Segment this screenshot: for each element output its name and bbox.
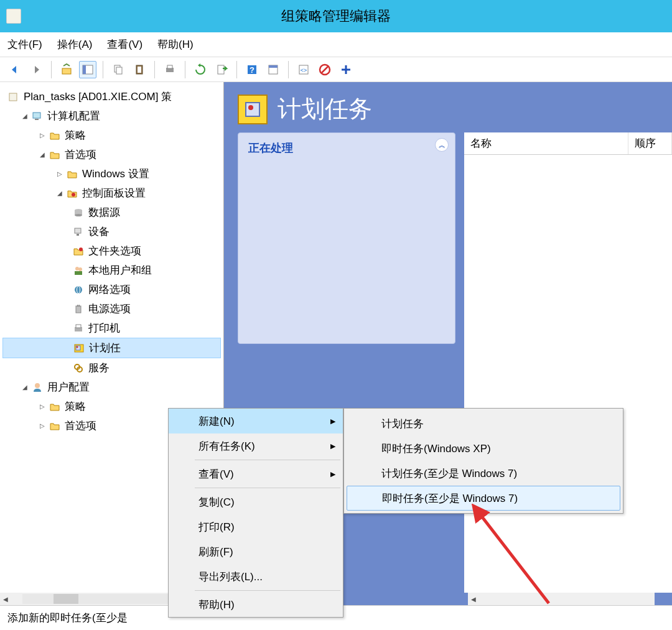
ctx-help[interactable]: 帮助(H) — [169, 592, 343, 617]
submenu-arrow-icon: ▶ — [330, 417, 335, 425]
column-order[interactable]: 顺序 — [628, 132, 672, 154]
tree-power-options[interactable]: 电源选项 — [2, 299, 221, 318]
column-name[interactable]: 名称 — [464, 132, 628, 154]
svg-text:?: ? — [250, 65, 254, 75]
collapse-icon[interactable]: ◢ — [37, 150, 47, 160]
tree-control-panel-settings[interactable]: ◢ 控制面板设置 — [2, 183, 221, 203]
ctx-export-list[interactable]: 导出列表(L)... — [169, 564, 343, 589]
svg-rect-27 — [75, 228, 81, 233]
add-button[interactable] — [337, 61, 355, 78]
menu-separator — [195, 460, 340, 460]
tree-local-users-groups[interactable]: 本地用户和组 — [2, 261, 221, 280]
forward-button[interactable] — [27, 61, 45, 78]
submenu-arrow-icon: ▶ — [330, 442, 335, 450]
tree-root[interactable]: Plan_tasks [AD01.XIE.COM] 策 — [2, 87, 221, 106]
collapse-button[interactable]: ︽ — [435, 138, 449, 152]
svg-point-29 — [79, 248, 83, 251]
right-header: 计划任务 — [224, 82, 672, 132]
scroll-left-icon[interactable]: ◀ — [0, 593, 11, 605]
tree: Plan_tasks [AD01.XIE.COM] 策 ◢ 计算机配置 ▷ 策略… — [0, 82, 223, 440]
ctx-refresh[interactable]: 刷新(F) — [169, 539, 343, 564]
menu-bar: 文件(F) 操作(A) 查看(V) 帮助(H) — [0, 32, 672, 57]
properties-button[interactable] — [264, 61, 282, 78]
tree-policies[interactable]: ▷ 策略 — [2, 126, 221, 145]
collapse-icon[interactable]: ◢ — [20, 111, 30, 121]
subctx-scheduled-task[interactable]: 计划任务 — [347, 411, 620, 436]
tree-user-config[interactable]: ◢ 用户配置 — [2, 378, 221, 397]
svg-point-23 — [72, 193, 75, 197]
tree-folder-options[interactable]: 文件夹选项 — [2, 241, 221, 261]
tree-label: 本地用户和组 — [88, 263, 152, 277]
table-header: 名称 顺序 — [464, 132, 672, 155]
folder-icon — [49, 129, 61, 142]
stop-button[interactable] — [316, 61, 334, 78]
tree-printers[interactable]: 打印机 — [2, 318, 221, 338]
user-icon — [31, 381, 44, 394]
svg-rect-35 — [76, 306, 81, 313]
subctx-immediate-task-win7[interactable]: 即时任务(至少是 Windows 7) — [347, 486, 620, 511]
ctx-copy[interactable]: 复制(C) — [169, 489, 343, 514]
tree-services[interactable]: 服务 — [2, 358, 221, 378]
folder-icon — [66, 168, 78, 180]
tree-computer-config[interactable]: ◢ 计算机配置 — [2, 106, 221, 126]
context-menu: 新建(N)▶ 所有任务(K)▶ 查看(V)▶ 复制(C) 打印(R) 刷新(F)… — [168, 408, 343, 618]
print-button[interactable] — [161, 61, 179, 78]
subctx-immediate-task-xp[interactable]: 即时任务(Windows XP) — [347, 436, 620, 461]
svg-rect-39 — [76, 325, 81, 328]
processing-label: 正在处理 — [248, 141, 445, 155]
expand-icon[interactable]: ▷ — [37, 131, 47, 141]
context-submenu: 计划任务 即时任务(Windows XP) 计划任务(至少是 Windows 7… — [343, 408, 623, 514]
tree-scheduled-tasks[interactable]: 计划任 — [2, 338, 221, 358]
collapse-icon[interactable]: ◢ — [20, 382, 30, 392]
tree-network-options[interactable]: 网络选项 — [2, 280, 221, 299]
tree-windows-settings[interactable]: ▷ Windows 设置 — [2, 164, 221, 183]
window-title: 组策略管理编辑器 — [281, 7, 391, 25]
scroll-left-icon[interactable]: ◀ — [468, 596, 479, 603]
expand-icon[interactable]: ▷ — [37, 402, 47, 412]
copy-button[interactable] — [110, 61, 127, 78]
show-hide-button[interactable] — [79, 61, 96, 78]
tree-devices[interactable]: 设备 — [2, 222, 221, 241]
subctx-scheduled-task-win7[interactable]: 计划任务(至少是 Windows 7) — [347, 461, 620, 486]
tree-data-sources[interactable]: 数据源 — [2, 203, 221, 222]
up-button[interactable] — [58, 61, 75, 78]
svg-point-26 — [75, 214, 82, 216]
printer-icon — [72, 322, 85, 335]
ctx-view[interactable]: 查看(V)▶ — [169, 461, 343, 486]
ctx-print[interactable]: 打印(R) — [169, 514, 343, 539]
svg-text:<>: <> — [301, 67, 307, 73]
help-button[interactable]: ? — [243, 61, 261, 78]
tree-label: Windows 设置 — [82, 167, 149, 181]
refresh-button[interactable] — [192, 61, 209, 78]
network-icon — [72, 284, 85, 296]
scheduled-task-icon — [73, 342, 85, 354]
folder-icon — [49, 149, 61, 161]
users-icon — [72, 264, 85, 277]
export-button[interactable] — [213, 61, 230, 78]
menu-file[interactable]: 文件(F) — [7, 37, 42, 52]
expand-icon[interactable]: ▷ — [55, 169, 65, 179]
paste-button[interactable] — [131, 61, 148, 78]
ctx-all-tasks[interactable]: 所有任务(K)▶ — [169, 433, 343, 458]
expand-icon[interactable]: ▷ — [37, 421, 47, 431]
computer-icon — [31, 110, 44, 123]
svg-rect-28 — [77, 234, 79, 236]
collapse-icon[interactable]: ◢ — [55, 188, 65, 198]
svg-rect-6 — [138, 67, 141, 73]
tree-label: 服务 — [88, 361, 110, 375]
filter-button[interactable]: <> — [295, 61, 312, 78]
tree-preferences[interactable]: ◢ 首选项 — [2, 145, 221, 164]
tree-label: 设备 — [88, 225, 110, 239]
scroll-thumb[interactable] — [54, 594, 78, 604]
menu-action[interactable]: 操作(A) — [57, 37, 93, 52]
menu-view[interactable]: 查看(V) — [107, 37, 142, 52]
svg-point-31 — [78, 267, 82, 271]
table-scrollbar[interactable]: ◀ — [468, 593, 655, 605]
menu-help[interactable]: 帮助(H) — [157, 37, 194, 52]
ctx-new[interactable]: 新建(N)▶ — [169, 409, 343, 433]
services-icon — [72, 362, 85, 374]
svg-rect-21 — [33, 113, 40, 118]
back-button[interactable] — [6, 61, 24, 78]
svg-point-42 — [77, 346, 78, 348]
menu-separator — [195, 590, 340, 591]
